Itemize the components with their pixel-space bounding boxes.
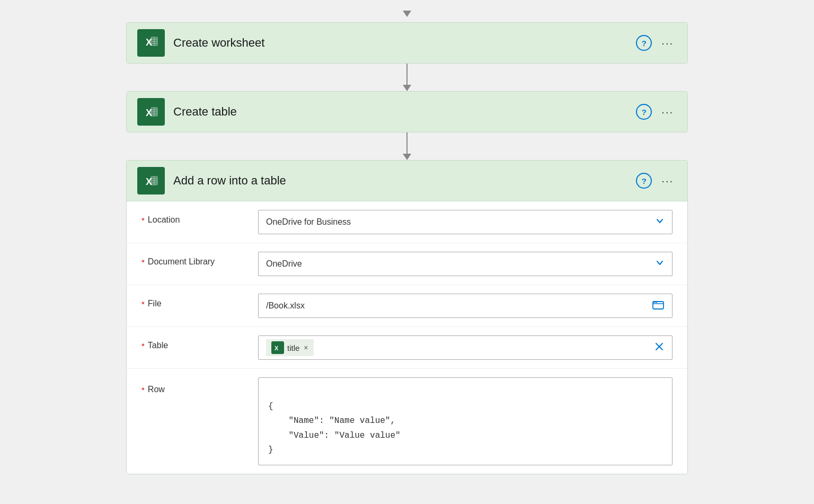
table-input[interactable]: X title × [258,335,673,360]
location-dropdown[interactable]: OneDrive for Business [258,210,673,234]
add-row-icon: X [137,167,165,194]
file-control: /Book.xlsx [258,294,673,318]
connector-1 [403,64,411,91]
doc-lib-required-star: * [141,258,145,267]
create-worksheet-actions: ? ··· [636,35,677,51]
create-table-actions: ? ··· [636,104,677,120]
create-table-icon: X [137,98,165,126]
table-clear-icon[interactable] [654,341,665,355]
table-required-star: * [141,341,145,350]
table-tag-label: title [287,343,299,352]
location-field-row: * Location OneDrive for Business [127,201,687,243]
create-table-header[interactable]: X Create table ? ··· [127,92,687,132]
document-library-control: OneDrive [258,252,673,276]
document-library-label-text: Document Library [148,257,215,267]
connector-arrow-2 [403,154,411,160]
file-browse-icon [652,298,665,314]
row-label: * Row [141,377,258,394]
connector-arrow-1 [403,85,411,91]
create-table-title: Create table [173,105,636,119]
table-label-text: Table [148,341,168,350]
table-control: X title × [258,335,673,360]
file-input[interactable]: /Book.xlsx [258,294,673,318]
document-library-chevron-icon [655,258,665,270]
document-library-field-row: * Document Library OneDrive [127,243,687,285]
add-row-actions: ? ··· [636,173,677,189]
location-control: OneDrive for Business [258,210,673,234]
create-table-more-button[interactable]: ··· [658,104,677,120]
location-label-text: Location [148,215,180,225]
connector-line-2 [406,132,408,154]
table-field-row: * Table X title × [127,327,687,369]
document-library-dropdown[interactable]: OneDrive [258,252,673,276]
row-control: { "Name": "Name value", "Value": "Value … [258,377,673,465]
excel-logo: X [143,33,160,53]
add-row-card: X Add a row into a table ? ··· * [126,160,688,474]
location-label: * Location [141,210,258,225]
create-worksheet-header[interactable]: X Create worksheet ? ··· [127,23,687,63]
location-required-star: * [141,216,145,225]
add-row-header[interactable]: X Add a row into a table ? ··· [127,161,687,201]
create-worksheet-more-button[interactable]: ··· [658,35,677,51]
connector-2 [403,132,411,160]
svg-text:X: X [275,345,279,351]
create-worksheet-icon: X [137,29,165,57]
add-row-more-button[interactable]: ··· [658,173,677,189]
document-library-value: OneDrive [266,259,655,269]
document-library-label: * Document Library [141,252,258,267]
location-chevron-icon [655,216,665,228]
file-field-row: * File /Book.xlsx [127,285,687,327]
create-table-help-button[interactable]: ? [636,104,652,120]
table-tag-excel-icon: X [271,341,284,354]
file-label-text: File [148,299,162,308]
row-label-text: Row [148,385,165,394]
row-field-row: * Row { "Name": "Name value", "Value": "… [127,369,687,474]
row-code-input[interactable]: { "Name": "Name value", "Value": "Value … [258,377,673,465]
table-label: * Table [141,335,258,350]
create-worksheet-help-button[interactable]: ? [636,35,652,51]
file-value: /Book.xlsx [266,301,652,311]
row-required-star: * [141,385,145,394]
create-worksheet-title: Create worksheet [173,36,636,50]
svg-rect-21 [653,302,663,309]
location-value: OneDrive for Business [266,217,655,227]
create-table-card: X Create table ? ··· [126,91,688,132]
table-tag: X title × [266,339,314,356]
file-label: * File [141,294,258,308]
create-worksheet-card: X Create worksheet ? ··· [126,22,688,64]
add-row-body: * Location OneDrive for Business * Do [127,201,687,474]
file-required-star: * [141,299,145,308]
connector-line-1 [406,64,408,85]
table-tag-close-icon[interactable]: × [304,343,308,352]
add-row-title: Add a row into a table [173,174,636,188]
add-row-help-button[interactable]: ? [636,173,652,189]
